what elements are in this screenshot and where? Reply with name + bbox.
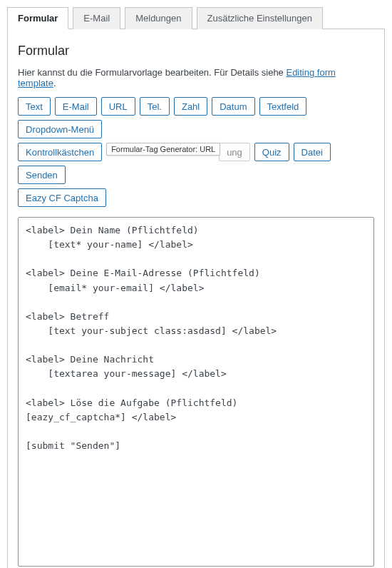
tab-email[interactable]: E-Mail	[73, 7, 120, 29]
tag-btn-text[interactable]: Text	[18, 97, 51, 116]
tab-nav: Formular E-Mail Meldungen Zusätzliche Ei…	[7, 7, 385, 29]
section-title: Formular	[18, 44, 374, 59]
tag-btn-quiz[interactable]: Quiz	[254, 143, 289, 161]
tag-btn-url[interactable]: URL	[101, 97, 135, 116]
form-template-editor[interactable]	[18, 217, 374, 567]
tab-zusaetzlich[interactable]: Zusätzliche Einstellungen	[197, 7, 323, 29]
tag-btn-zustimmung-partial[interactable]: ung	[219, 143, 250, 161]
tag-btn-eazy-captcha[interactable]: Eazy CF Captcha	[18, 188, 106, 207]
tab-meldungen[interactable]: Meldungen	[125, 7, 192, 29]
tag-btn-dropdown[interactable]: Dropdown-Menü	[18, 120, 102, 138]
tag-btn-textfeld[interactable]: Textfeld	[259, 97, 307, 116]
tag-generator-tooltip: Formular-Tag Generator: URL	[106, 143, 220, 156]
desc-text-suffix: .	[53, 78, 56, 88]
tag-btn-tel[interactable]: Tel.	[140, 97, 170, 116]
tag-row-3: Eazy CF Captcha	[18, 188, 374, 207]
tag-btn-zahl[interactable]: Zahl	[174, 97, 207, 116]
tag-btn-datei[interactable]: Datei	[294, 143, 331, 161]
tab-formular[interactable]: Formular	[7, 7, 68, 29]
section-description: Hier kannst du die Formularvorlage bearb…	[18, 67, 374, 88]
tag-btn-datum[interactable]: Datum	[212, 97, 254, 116]
tab-panel-formular: Formular Hier kannst du die Formularvorl…	[7, 29, 385, 568]
tag-row-2: Kontrollkästchen Formular-Tag Generator:…	[18, 143, 374, 184]
tag-btn-email[interactable]: E-Mail	[55, 97, 97, 116]
tag-btn-kontrollkaestchen[interactable]: Kontrollkästchen	[18, 143, 102, 161]
desc-text-prefix: Hier kannst du die Formularvorlage bearb…	[18, 67, 286, 78]
tag-row-1: Text E-Mail URL Tel. Zahl Datum Textfeld…	[18, 97, 374, 138]
tag-btn-senden[interactable]: Senden	[18, 166, 66, 184]
